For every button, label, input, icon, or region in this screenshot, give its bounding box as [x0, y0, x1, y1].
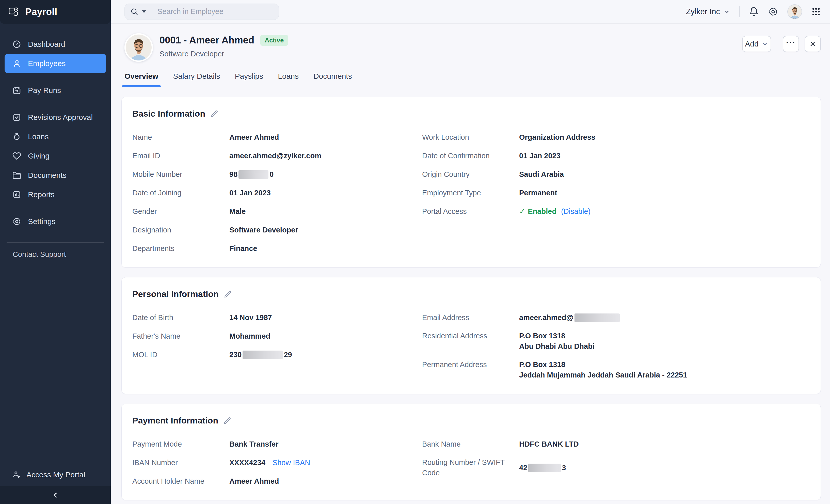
employees-icon [12, 59, 21, 68]
card-title: Payment Information [132, 416, 218, 426]
reports-icon [12, 190, 21, 199]
tab-overview[interactable]: Overview [124, 72, 158, 87]
giving-icon [12, 151, 21, 161]
app-logo-row: Payroll [0, 0, 111, 24]
sidebar: Payroll Dashboard Employees Pay Runs Rev… [0, 0, 111, 504]
employee-avatar [124, 33, 153, 62]
search-box[interactable] [124, 4, 279, 20]
search-input[interactable] [157, 7, 273, 16]
user-avatar[interactable] [787, 4, 802, 19]
field-row: DesignationSoftware Developer [132, 225, 422, 235]
redacted-value [243, 351, 283, 359]
edit-pencil-icon[interactable] [224, 290, 232, 298]
sidebar-item-label: Giving [28, 152, 50, 160]
content-area: 0001 - Ameer Ahmed Active Software Devel… [111, 24, 830, 504]
employee-tabs: Overview Salary Details Payslips Loans D… [111, 72, 830, 87]
documents-icon [12, 171, 21, 180]
payment-information-card: Payment Information Payment ModeBank Tra… [121, 404, 821, 500]
sidebar-item-label: Documents [28, 171, 67, 180]
field-row: IBAN Number XXXX4234Show IBAN [132, 457, 422, 468]
more-options-button[interactable]: ··· [783, 36, 799, 52]
sidebar-item-dashboard[interactable]: Dashboard [5, 35, 106, 54]
check-icon: ✓ [519, 207, 525, 215]
sidebar-item-employees[interactable]: Employees [5, 54, 106, 73]
redacted-value [238, 170, 268, 179]
org-selector[interactable]: Zylker Inc [686, 7, 730, 16]
redacted-value [528, 464, 561, 472]
settings-gear-icon[interactable] [768, 7, 778, 17]
add-button-label: Add [745, 40, 758, 48]
field-row: Date of Confirmation01 Jan 2023 [422, 150, 810, 161]
portal-enabled-text: Enabled [528, 207, 556, 215]
field-row: Email Address ameer.ahmed@ [422, 312, 810, 323]
field-row: Origin CountrySaudi Arabia [422, 169, 810, 180]
field-row: Date of Birth14 Nov 1987 [132, 312, 422, 323]
loans-icon [12, 132, 21, 141]
show-iban-link[interactable]: Show IBAN [273, 459, 310, 467]
personal-information-card: Personal Information Date of Birth14 Nov… [121, 277, 821, 394]
revisions-approval-icon [12, 113, 21, 122]
sidebar-item-pay-runs[interactable]: Pay Runs [5, 81, 106, 100]
tab-payslips[interactable]: Payslips [235, 72, 263, 87]
field-row: Employment TypePermanent [422, 187, 810, 198]
field-row: Bank NameHDFC BANK LTD [422, 439, 810, 449]
sidebar-item-label: Loans [28, 132, 49, 141]
dashboard-icon [12, 40, 21, 49]
payroll-logo-icon [8, 6, 20, 18]
sidebar-item-giving[interactable]: Giving [5, 146, 106, 166]
field-row: Payment ModeBank Transfer [132, 439, 422, 449]
sidebar-collapse-button[interactable] [0, 486, 111, 504]
notifications-bell-icon[interactable] [749, 7, 759, 17]
main-area: Zylker Inc [111, 0, 830, 504]
topbar-divider [739, 6, 740, 17]
sidebar-item-reports[interactable]: Reports [5, 185, 106, 204]
tab-salary-details[interactable]: Salary Details [173, 72, 220, 87]
search-divider [152, 7, 152, 16]
field-row: Permanent Address P.O Box 1318Jeddah Muj… [422, 359, 810, 380]
avatar-photo [788, 5, 802, 19]
sidebar-item-label: Employees [28, 59, 66, 68]
field-row-portal-access: Portal Access ✓Enabled (Disable) [422, 206, 810, 217]
field-row: NameAmeer Ahmed [132, 132, 422, 143]
sidebar-nav: Dashboard Employees Pay Runs Revisions A… [0, 24, 111, 239]
redacted-value [574, 313, 620, 322]
edit-pencil-icon[interactable] [223, 417, 231, 425]
field-row: GenderMale [132, 206, 422, 217]
field-row: Father's NameMohammed [132, 331, 422, 341]
tab-documents[interactable]: Documents [313, 72, 352, 87]
tab-loans[interactable]: Loans [278, 72, 299, 87]
status-badge: Active [260, 35, 288, 46]
sidebar-item-label: Reports [28, 190, 55, 199]
card-title: Basic Information [132, 109, 205, 119]
disable-portal-link[interactable]: (Disable) [561, 207, 590, 215]
app-grid-icon[interactable] [811, 7, 821, 17]
close-icon [809, 40, 817, 48]
portal-user-icon [12, 470, 21, 479]
close-button[interactable] [805, 36, 821, 52]
sidebar-item-label: Dashboard [28, 40, 65, 49]
sidebar-item-label: Revisions Approval [28, 113, 93, 122]
access-my-portal-label: Access My Portal [26, 470, 85, 479]
field-row: Routing Number / SWIFT Code 423 [422, 457, 810, 478]
chevron-down-icon [762, 41, 768, 47]
employee-title: 0001 - Ameer Ahmed [159, 35, 254, 46]
field-row: MOL ID 23029 [132, 349, 422, 360]
employee-photo [126, 35, 152, 60]
sidebar-item-label: Settings [28, 217, 55, 226]
contact-support-link[interactable]: Contact Support [0, 243, 111, 266]
sidebar-item-documents[interactable]: Documents [5, 166, 106, 185]
add-button[interactable]: Add [742, 36, 771, 52]
sidebar-item-revisions-approval[interactable]: Revisions Approval [5, 108, 106, 127]
field-row: Date of Joining01 Jan 2023 [132, 187, 422, 198]
card-title: Personal Information [132, 289, 219, 299]
sidebar-item-loans[interactable]: Loans [5, 127, 106, 146]
employee-header: 0001 - Ameer Ahmed Active Software Devel… [111, 24, 830, 62]
edit-pencil-icon[interactable] [210, 110, 218, 118]
employee-designation: Software Developer [159, 50, 288, 58]
basic-information-card: Basic Information NameAmeer Ahmed Email … [121, 97, 821, 267]
app-title: Payroll [25, 7, 57, 17]
settings-icon [12, 217, 21, 226]
access-my-portal-link[interactable]: Access My Portal [0, 470, 111, 486]
search-scope-caret-icon[interactable] [142, 10, 146, 13]
sidebar-item-settings[interactable]: Settings [5, 212, 106, 231]
